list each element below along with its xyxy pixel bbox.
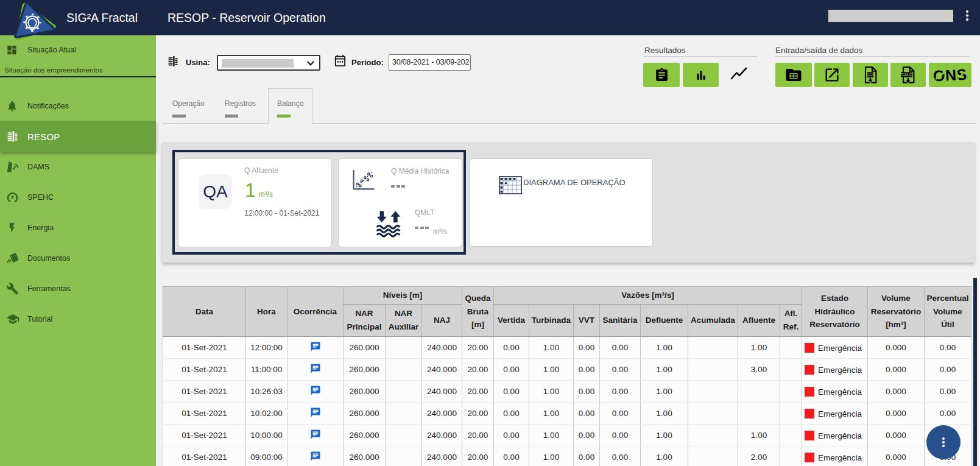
svg-text:CALC: CALC bbox=[901, 72, 912, 77]
